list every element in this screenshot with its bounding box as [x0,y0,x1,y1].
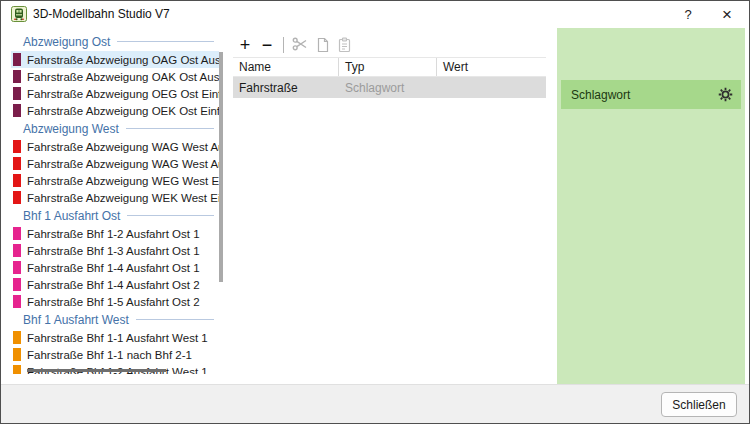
list-item[interactable]: Fahrstraße Abzweigung OAK Ost Ausf.. [11,68,219,85]
table-header: Name Typ Wert [233,57,546,77]
list-item[interactable]: Fahrstraße Abzweigung WEK West Ein.. [11,189,219,206]
list-item-label: Fahrstraße Abzweigung OEK Ost Einfa.. [27,105,219,117]
vertical-scrollbar[interactable] [219,52,223,282]
list-item-label: Fahrstraße Abzweigung WAG West Au.. [27,141,219,153]
list-item-label: Fahrstraße Bhf 1-2 Ausfahrt Ost 1 [27,228,200,240]
row-typ-cell: Schlagwort [339,77,437,98]
route-color-swatch [13,278,21,291]
list-item[interactable]: Fahrstraße Bhf 1-3 Ausfahrt Ost 1 [11,242,219,259]
route-color-swatch [13,227,21,240]
route-color-swatch [13,244,21,257]
list-item-label: Fahrstraße Bhf 1-5 Ausfahrt Ost 2 [27,296,200,308]
help-button[interactable]: ? [672,1,704,28]
gear-icon[interactable] [718,87,733,102]
list-item[interactable]: Fahrstraße Bhf 1-4 Ausfahrt Ost 2 [11,276,219,293]
list-item[interactable]: Fahrstraße Abzweigung WEG West Ein.. [11,172,219,189]
table-row[interactable]: Fahrstraße Schlagwort [233,77,546,98]
fahrstrassen-list: Abzweigung OstFahrstraße Abzweigung OAG … [11,32,226,374]
list-item-label: Fahrstraße Bhf 1-3 Ausfahrt Ost 1 [27,245,200,257]
list-item-label: Fahrstraße Abzweigung WAG West Au.. [27,158,219,170]
app-train-icon [11,6,27,22]
list-item[interactable]: Fahrstraße Abzweigung OEK Ost Einfa.. [11,102,219,119]
group-header: Bhf 1 Ausfahrt West [11,310,226,329]
row-name-cell: Fahrstraße [233,77,339,98]
list-item-label: Fahrstraße Abzweigung WEG West Ein.. [27,175,219,187]
route-color-swatch [13,331,21,344]
properties-toolbar: + − [234,34,355,56]
column-header-typ[interactable]: Typ [339,58,437,76]
route-color-swatch [13,140,21,153]
group-rule [127,215,214,216]
route-color-swatch [13,365,21,374]
group-title: Bhf 1 Ausfahrt West [23,313,129,327]
list-item[interactable]: Fahrstraße Bhf 1-1 nach Bhf 2-1 [11,346,219,363]
route-color-swatch [13,348,21,361]
list-item-label: Fahrstraße Bhf 1-1 Ausfahrt West 1 [27,332,208,344]
tag-chip-label: Schlagwort [571,88,718,102]
list-item[interactable]: Fahrstraße Abzweigung WAG West Au.. [11,155,219,172]
list-item[interactable]: Fahrstraße Abzweigung OAG Ost Ausf.. [11,51,219,68]
list-item-label: Fahrstraße Bhf 1-4 Ausfahrt Ost 2 [27,279,200,291]
list-item[interactable]: Fahrstraße Bhf 1-1 Ausfahrt West 1 [11,329,219,346]
list-item[interactable]: Fahrstraße Abzweigung WAG West Au.. [11,138,219,155]
row-wert-cell [437,77,546,98]
route-color-swatch [13,261,21,274]
list-item-label: Fahrstraße Abzweigung OEG Ost Einfa.. [27,88,219,100]
column-header-wert[interactable]: Wert [437,58,546,76]
list-item-label: Fahrstraße Abzweigung OAG Ost Ausf.. [27,54,219,66]
schliessen-button[interactable]: Schließen [661,392,737,417]
group-rule [117,41,214,42]
properties-table: Name Typ Wert Fahrstraße Schlagwort [233,57,546,98]
copy-icon[interactable] [311,34,333,56]
route-color-swatch [13,104,21,117]
route-color-swatch [13,191,21,204]
route-color-swatch [13,70,21,83]
list-item[interactable]: Fahrstraße Abzweigung OEG Ost Einfa.. [11,85,219,102]
list-item-label: Fahrstraße Bhf 1-1 nach Bhf 2-1 [27,349,192,361]
list-item[interactable]: Fahrstraße Bhf 1-5 Ausfahrt Ost 2 [11,293,219,310]
app-window: 3D-Modellbahn Studio V7 ? × Abzweigung O… [0,0,750,424]
list-item[interactable]: Fahrstraße Bhf 1-4 Ausfahrt Ost 1 [11,259,219,276]
group-header: Abzweigung Ost [11,32,226,51]
list-group: Bhf 1 Ausfahrt WestFahrstraße Bhf 1-1 Au… [11,310,226,374]
route-color-swatch [13,53,21,66]
window-close-button[interactable]: × [711,1,743,28]
plus-icon: + [240,35,251,55]
list-item-label: Fahrstraße Bhf 1-4 Ausfahrt Ost 1 [27,262,200,274]
group-rule [126,128,214,129]
list-group: Abzweigung OstFahrstraße Abzweigung OAG … [11,32,226,119]
add-button[interactable]: + [234,34,256,56]
list-group: Bhf 1 Ausfahrt OstFahrstraße Bhf 1-2 Aus… [11,206,226,310]
list-item[interactable]: Fahrstraße Bhf 1-2 Ausfahrt Ost 1 [11,225,219,242]
paste-icon[interactable] [333,34,355,56]
route-color-swatch [13,295,21,308]
group-header: Bhf 1 Ausfahrt Ost [11,206,226,225]
tag-panel: Schlagwort [557,28,745,386]
route-color-swatch [13,87,21,100]
group-title: Abzweigung West [23,122,119,136]
horizontal-scrollbar[interactable] [27,369,166,372]
list-item-label: Fahrstraße Abzweigung WEK West Ein.. [27,192,219,204]
route-color-swatch [13,157,21,170]
column-header-name[interactable]: Name [233,58,339,76]
list-item-label: Fahrstraße Abzweigung OAK Ost Ausf.. [27,71,219,83]
tag-chip-schlagwort[interactable]: Schlagwort [561,80,741,109]
list-group: Abzweigung WestFahrstraße Abzweigung WAG… [11,119,226,206]
route-color-swatch [13,174,21,187]
group-rule [136,319,214,320]
footer-bar: Schließen [1,384,749,423]
remove-button[interactable]: − [256,34,278,56]
minus-icon: − [262,35,273,55]
group-header: Abzweigung West [11,119,226,138]
cut-button[interactable] [289,34,311,56]
title-bar: 3D-Modellbahn Studio V7 ? × [1,1,749,28]
scissors-icon [292,36,308,55]
group-title: Bhf 1 Ausfahrt Ost [23,209,120,223]
window-title: 3D-Modellbahn Studio V7 [33,1,170,28]
toolbar-separator [283,37,284,53]
group-title: Abzweigung Ost [23,35,110,49]
